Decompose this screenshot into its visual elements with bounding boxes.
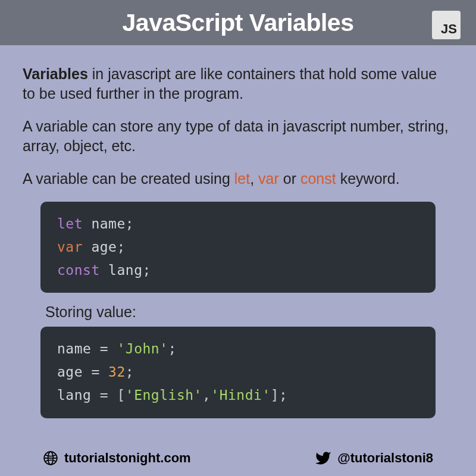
footer: tutorialstonight.com @tutorialstoni8 bbox=[0, 445, 476, 476]
equals: = bbox=[100, 341, 117, 356]
code-line: const lang; bbox=[57, 259, 419, 282]
lang-ident: lang bbox=[57, 387, 100, 403]
const-token: const bbox=[57, 262, 100, 278]
let-keyword: let bbox=[234, 170, 250, 187]
intro-paragraph-1: Variables in javascript are like contain… bbox=[23, 64, 453, 104]
code-block-assignment: name = 'John'; age = 32; lang = ['Englis… bbox=[40, 327, 436, 418]
storing-value-subheading: Storing value: bbox=[45, 303, 453, 321]
string-john: 'John' bbox=[117, 341, 168, 356]
content-area: Variables in javascript are like contain… bbox=[0, 45, 476, 445]
page-title: JavaScript Variables bbox=[123, 9, 354, 37]
twitter-icon bbox=[315, 450, 331, 466]
code-line: age = 32; bbox=[57, 361, 419, 384]
twitter-handle: @tutorialstoni8 bbox=[337, 450, 433, 466]
let-token: let bbox=[57, 216, 83, 231]
equals: = bbox=[100, 387, 117, 403]
code-line: lang = ['English','Hindi']; bbox=[57, 384, 419, 407]
age-ident: age bbox=[57, 364, 91, 380]
semicolon: ; bbox=[126, 216, 134, 231]
semicolon: ; bbox=[126, 364, 134, 380]
semicolon: ; bbox=[143, 262, 151, 278]
name-ident: name bbox=[57, 341, 100, 356]
code-line: var age; bbox=[57, 236, 419, 259]
p3-text-a: A variable can be created using bbox=[23, 170, 234, 187]
globe-icon bbox=[43, 450, 58, 466]
lang-ident: lang bbox=[100, 262, 143, 278]
string-hindi: 'Hindi' bbox=[211, 387, 270, 403]
js-badge-icon: JS bbox=[432, 11, 461, 39]
code-line: name = 'John'; bbox=[57, 337, 419, 361]
age-ident: age bbox=[83, 239, 117, 255]
bracket-close: ] bbox=[271, 387, 279, 403]
equals: = bbox=[91, 364, 108, 380]
p3-text-b: , bbox=[250, 170, 258, 187]
intro-paragraph-2: A variable can store any type of data in… bbox=[23, 117, 453, 156]
intro-paragraph-3: A variable can be created using let, var… bbox=[23, 169, 453, 189]
string-english: 'English' bbox=[126, 387, 202, 403]
number-32: 32 bbox=[108, 364, 126, 380]
comma: , bbox=[202, 387, 211, 403]
footer-twitter: @tutorialstoni8 bbox=[315, 450, 433, 466]
header-bar: JavaScript Variables JS bbox=[0, 0, 476, 45]
semicolon: ; bbox=[168, 341, 177, 356]
var-token: var bbox=[57, 239, 83, 255]
website-text: tutorialstonight.com bbox=[64, 450, 191, 466]
p3-text-d: keyword. bbox=[336, 170, 400, 187]
semicolon: ; bbox=[117, 239, 125, 255]
code-line: let name; bbox=[57, 212, 419, 236]
name-ident: name bbox=[83, 216, 126, 231]
p3-text-c: or bbox=[279, 170, 300, 187]
footer-website: tutorialstonight.com bbox=[43, 450, 191, 466]
const-keyword: const bbox=[300, 170, 336, 187]
variables-keyword: Variables bbox=[23, 65, 88, 82]
code-block-declaration: let name; var age; const lang; bbox=[40, 202, 436, 293]
var-keyword: var bbox=[258, 170, 279, 187]
bracket-open: [ bbox=[117, 387, 125, 403]
semicolon: ; bbox=[279, 387, 287, 403]
